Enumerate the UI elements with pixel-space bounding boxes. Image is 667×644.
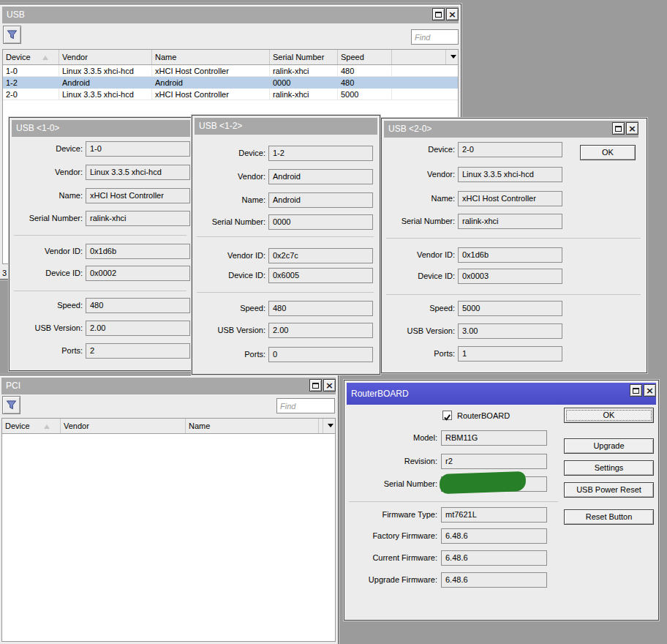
settings-button[interactable]: Settings bbox=[564, 460, 654, 476]
column-header-serial-number[interactable]: Serial Number bbox=[270, 50, 338, 64]
ok-button[interactable]: OK bbox=[580, 145, 636, 160]
usb-version-value[interactable]: 2.00 bbox=[268, 323, 373, 338]
column-header-name[interactable]: Name bbox=[186, 419, 319, 433]
device-id-value[interactable]: 0x0003 bbox=[458, 269, 562, 284]
separator bbox=[197, 236, 374, 237]
separator bbox=[349, 501, 558, 502]
close-icon: × bbox=[325, 382, 334, 389]
speed-value[interactable]: 480 bbox=[86, 298, 190, 313]
cell: xHCI Host Controller bbox=[152, 89, 270, 100]
filter-button[interactable] bbox=[3, 26, 21, 44]
close-button[interactable]: × bbox=[644, 384, 656, 397]
serial-redaction-scribble bbox=[440, 471, 527, 494]
filter-button[interactable] bbox=[2, 396, 20, 414]
serial-number-label: Serial Number: bbox=[383, 214, 455, 229]
revision-value[interactable]: r2 bbox=[441, 454, 547, 469]
vendor-id-value[interactable]: 0x2c7c bbox=[268, 248, 373, 263]
maximize-icon bbox=[633, 388, 639, 394]
column-select-button[interactable] bbox=[323, 419, 335, 433]
dropdown-arrow-icon bbox=[451, 55, 456, 59]
upgrade-button[interactable]: Upgrade bbox=[564, 438, 654, 454]
vendor-id-label: Vendor ID: bbox=[11, 244, 83, 259]
usb-table-header: DeviceVendorNameSerial NumberSpeed bbox=[3, 50, 458, 65]
vendor-label: Vendor: bbox=[194, 169, 265, 184]
close-button[interactable]: × bbox=[323, 379, 336, 392]
maximize-button[interactable] bbox=[309, 379, 322, 392]
maximize-button[interactable] bbox=[432, 8, 445, 20]
pci-window-titlebar[interactable]: PCI × bbox=[1, 378, 336, 394]
usb-version-label: USB Version: bbox=[194, 323, 265, 338]
serial-number-value[interactable]: 0000 bbox=[268, 214, 373, 230]
cell-blank bbox=[392, 77, 458, 88]
upgrade-firmware-value[interactable]: 6.48.6 bbox=[441, 572, 547, 588]
cell: 1-2 bbox=[3, 77, 59, 88]
device-value[interactable]: 1-0 bbox=[86, 141, 190, 157]
device-id-value[interactable]: 0x0002 bbox=[86, 266, 190, 281]
routerboard-titlebar[interactable]: RouterBOARD × bbox=[347, 383, 656, 405]
column-header-device[interactable]: Device bbox=[2, 419, 61, 433]
usb-window-titlebar[interactable]: USB × bbox=[2, 7, 459, 23]
vendor-id-value[interactable]: 0x1d6b bbox=[86, 244, 190, 259]
vendor-value[interactable]: Linux 3.3.5 xhci-hcd bbox=[86, 165, 190, 180]
table-row[interactable]: 1-2AndroidAndroid0000480 bbox=[3, 77, 458, 89]
device-value[interactable]: 1-2 bbox=[268, 146, 373, 161]
ports-value[interactable]: 0 bbox=[268, 347, 373, 362]
ports-value[interactable]: 2 bbox=[86, 343, 190, 359]
column-header-blank bbox=[392, 50, 445, 64]
ports-value[interactable]: 1 bbox=[458, 346, 562, 362]
usb-version-value[interactable]: 3.00 bbox=[458, 323, 562, 339]
name-value[interactable]: xHCI Host Controller bbox=[86, 188, 190, 203]
serial-number-value[interactable]: ralink-xhci bbox=[458, 214, 562, 229]
table-row[interactable]: 1-0Linux 3.3.5 xhci-hcdxHCI Host Control… bbox=[3, 65, 458, 77]
usb-version-value[interactable]: 2.00 bbox=[86, 321, 190, 336]
factory-firmware-value[interactable]: 6.48.6 bbox=[441, 528, 547, 544]
usb-1-0-titlebar[interactable]: USB <1-0> bbox=[12, 120, 190, 137]
maximize-icon bbox=[312, 383, 319, 389]
speed-value[interactable]: 480 bbox=[268, 301, 373, 316]
speed-label: Speed: bbox=[194, 301, 265, 316]
column-header-vendor[interactable]: Vendor bbox=[61, 419, 186, 433]
maximize-button[interactable] bbox=[630, 384, 642, 397]
vendor-id-value[interactable]: 0x1d6b bbox=[458, 247, 562, 263]
device-id-value[interactable]: 0x6005 bbox=[268, 268, 373, 283]
serial-number-value[interactable]: ralink-xhci bbox=[86, 211, 190, 226]
column-header-device[interactable]: Device bbox=[3, 50, 59, 64]
device-value[interactable]: 2-0 bbox=[458, 142, 562, 157]
window-title: RouterBOARD bbox=[351, 389, 409, 399]
current-firmware-value[interactable]: 6.48.6 bbox=[441, 550, 547, 566]
column-header-vendor[interactable]: Vendor bbox=[59, 50, 152, 64]
pci-window: PCI × DeviceVendorName bbox=[0, 375, 339, 644]
close-button[interactable]: × bbox=[626, 122, 638, 135]
maximize-icon bbox=[615, 126, 622, 132]
table-row[interactable]: 2-0Linux 3.3.5 xhci-hcdxHCI Host Control… bbox=[3, 89, 458, 100]
pci-window-title: PCI bbox=[6, 381, 20, 391]
find-input[interactable] bbox=[276, 398, 335, 413]
model-value[interactable]: RBM11G bbox=[441, 430, 547, 446]
cell: 2-0 bbox=[3, 89, 59, 100]
maximize-button[interactable] bbox=[612, 122, 625, 135]
reset-button[interactable]: Reset Button bbox=[564, 509, 654, 525]
usb-power-reset-button[interactable]: USB Power Reset bbox=[564, 482, 654, 498]
usb-1-2-window: USB <1-2> Device:1-2Vendor:AndroidName:A… bbox=[192, 115, 380, 375]
name-value[interactable]: xHCI Host Controller bbox=[458, 191, 562, 206]
usb-1-2-titlebar[interactable]: USB <1-2> bbox=[195, 118, 377, 135]
find-input[interactable] bbox=[411, 29, 459, 45]
usb-2-0-titlebar[interactable]: USB <2-0> × bbox=[384, 121, 638, 138]
ok-button[interactable]: OK bbox=[564, 408, 654, 423]
firmware-type-value[interactable]: mt7621L bbox=[441, 507, 547, 523]
name-label: Name: bbox=[11, 188, 83, 203]
column-select-button[interactable] bbox=[445, 50, 458, 64]
vendor-value[interactable]: Linux 3.3.5 xhci-hcd bbox=[458, 167, 562, 182]
speed-value[interactable]: 5000 bbox=[458, 301, 562, 316]
vendor-value[interactable]: Android bbox=[268, 169, 373, 184]
column-header-name[interactable]: Name bbox=[152, 50, 270, 64]
close-button[interactable]: × bbox=[446, 8, 459, 20]
cell: 5000 bbox=[338, 89, 392, 100]
name-value[interactable]: Android bbox=[268, 192, 373, 208]
routerboard-checkbox[interactable] bbox=[442, 411, 452, 420]
close-icon: × bbox=[628, 125, 636, 132]
cell-blank bbox=[392, 89, 458, 100]
column-header-speed[interactable]: Speed bbox=[338, 50, 392, 64]
checkmark-icon bbox=[443, 413, 451, 422]
usb-2-0-window: USB <2-0> × Device:2-0Vendor:Linux 3.3.5… bbox=[381, 118, 647, 373]
